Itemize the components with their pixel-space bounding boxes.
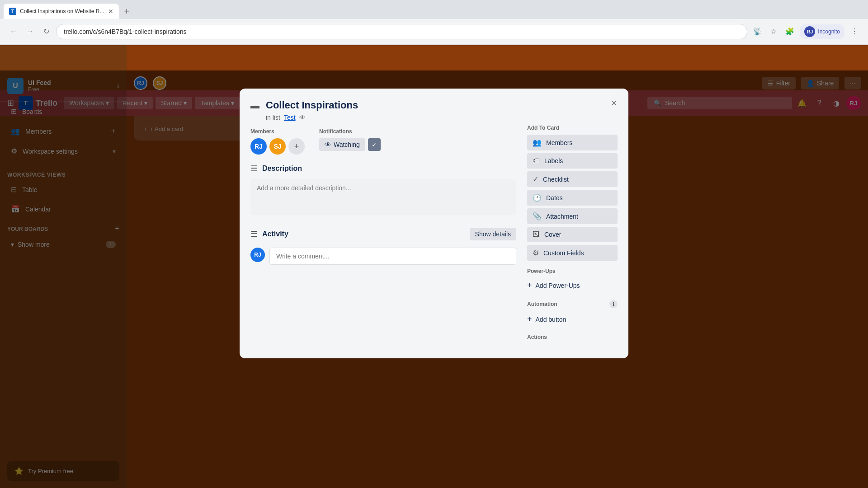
add-labels-button[interactable]: 🏷 Labels xyxy=(527,153,618,169)
add-custom-fields-icon: ⚙ xyxy=(533,249,539,257)
watching-eye-icon: 👁 xyxy=(325,141,331,148)
description-container: ☰ Description xyxy=(250,164,516,217)
reload-button[interactable]: ↻ xyxy=(40,25,52,38)
subtitle-prefix: in list xyxy=(266,114,280,121)
members-meta-label: Members xyxy=(250,128,305,135)
add-dates-label: Dates xyxy=(546,194,563,202)
modal-meta: Members RJ SJ + xyxy=(250,125,516,164)
modal-subtitle: in list Test 👁 xyxy=(266,114,618,121)
comment-avatar: RJ xyxy=(250,248,265,262)
list-name-link[interactable]: Test xyxy=(284,114,296,121)
member-avatar-rj[interactable]: RJ xyxy=(250,138,267,155)
tab-title: Collect Inspirations on Website R... xyxy=(20,8,104,14)
add-cover-button[interactable]: 🖼 Cover xyxy=(527,227,618,242)
extension-icon[interactable]: 🧩 xyxy=(783,25,796,38)
add-to-card-label: Add to card xyxy=(527,125,618,131)
watching-label: Watching xyxy=(334,141,360,148)
add-power-up-button[interactable]: + Add Power-Ups xyxy=(527,278,618,293)
forward-button[interactable]: → xyxy=(24,25,36,38)
watch-icon[interactable]: 👁 xyxy=(299,114,306,121)
description-title: Description xyxy=(262,164,302,173)
add-custom-fields-label: Custom Fields xyxy=(543,249,584,257)
card-modal: ▬ Collect Inspirations in list Test 👁 × xyxy=(240,89,628,358)
activity-container: ☰ Activity Show details RJ xyxy=(250,228,516,265)
show-details-label: Show details xyxy=(475,230,511,238)
modal-title: Collect Inspirations xyxy=(266,99,618,111)
add-labels-label: Labels xyxy=(544,157,563,164)
add-power-up-label: Add Power-Ups xyxy=(536,282,580,289)
modal-header: ▬ Collect Inspirations in list Test 👁 × xyxy=(240,89,628,125)
description-header: ☰ Description xyxy=(250,164,516,174)
comment-row: RJ xyxy=(250,248,516,265)
add-checklist-button[interactable]: ✓ Checklist xyxy=(527,171,618,187)
automation-header: Automation ℹ xyxy=(527,300,618,308)
power-ups-label: Power-Ups xyxy=(527,268,618,274)
add-to-card-section: Add to card 👥 Members 🏷 Labels ✓ Checkli… xyxy=(527,125,618,261)
add-dates-button[interactable]: 🕐 Dates xyxy=(527,190,618,206)
address-bar[interactable]: trello.com/c/s6n4B7Bq/1-collect-inspirat… xyxy=(56,24,747,39)
modal-sidebar: Add to card 👥 Members 🏷 Labels ✓ Checkli… xyxy=(527,125,618,347)
show-details-button[interactable]: Show details xyxy=(470,228,516,240)
incognito-avatar: RJ xyxy=(804,26,815,37)
active-tab[interactable]: T Collect Inspirations on Website R... ✕ xyxy=(4,4,119,19)
add-attachment-label: Attachment xyxy=(546,213,578,220)
modal-overlay[interactable]: ▬ Collect Inspirations in list Test 👁 × xyxy=(0,70,868,488)
modal-body: Members RJ SJ + xyxy=(240,125,628,358)
activity-title: Activity xyxy=(262,230,288,238)
watching-row: 👁 Watching ✓ xyxy=(319,138,381,151)
add-button-icon: + xyxy=(527,314,532,324)
members-row: RJ SJ + xyxy=(250,138,305,155)
new-tab-icon: + xyxy=(124,6,130,17)
description-icon: ☰ xyxy=(250,164,258,174)
member-avatar-sj[interactable]: SJ xyxy=(269,138,286,155)
menu-icon[interactable]: ⋮ xyxy=(848,25,861,38)
add-labels-icon: 🏷 xyxy=(533,157,540,165)
tab-favicon: T xyxy=(9,8,16,15)
activity-icon: ☰ xyxy=(250,229,258,239)
comment-input[interactable] xyxy=(269,248,516,265)
power-ups-section: Power-Ups + Add Power-Ups xyxy=(527,268,618,293)
automation-section: Automation ℹ + Add button xyxy=(527,300,618,327)
add-member-button[interactable]: + xyxy=(288,138,305,155)
automation-label: Automation xyxy=(527,301,557,307)
modal-close-button[interactable]: × xyxy=(607,96,621,110)
add-attachment-icon: 📎 xyxy=(533,212,542,221)
card-type-icon: ▬ xyxy=(250,100,259,111)
automation-info-icon[interactable]: ℹ xyxy=(609,300,618,308)
notifications-label: Notifications xyxy=(319,128,381,135)
add-button-label: Add button xyxy=(536,316,566,323)
add-attachment-button[interactable]: 📎 Attachment xyxy=(527,208,618,224)
add-custom-fields-button[interactable]: ⚙ Custom Fields xyxy=(527,245,618,261)
add-power-up-icon: + xyxy=(527,281,532,290)
watching-button[interactable]: 👁 Watching xyxy=(319,138,365,151)
bookmark-icon[interactable]: ☆ xyxy=(767,25,780,38)
activity-header: ☰ Activity Show details xyxy=(250,228,516,240)
add-checklist-label: Checklist xyxy=(543,176,569,183)
description-textarea[interactable] xyxy=(250,179,516,215)
add-cover-label: Cover xyxy=(544,231,561,238)
incognito-label: Incognito xyxy=(818,28,840,35)
modal-title-area: Collect Inspirations in list Test 👁 xyxy=(266,99,618,121)
cast-icon[interactable]: 📡 xyxy=(751,25,764,38)
add-dates-icon: 🕐 xyxy=(533,193,542,202)
back-button[interactable]: ← xyxy=(7,25,20,38)
new-tab-button[interactable]: + xyxy=(119,4,209,19)
add-members-icon: 👥 xyxy=(533,138,542,147)
add-members-label: Members xyxy=(546,139,572,146)
members-section: Members RJ SJ + xyxy=(250,128,305,155)
actions-section: Actions xyxy=(527,334,618,340)
notifications-section: Notifications 👁 Watching ✓ xyxy=(319,128,381,155)
modal-main: Members RJ SJ + xyxy=(250,125,516,347)
address-text: trello.com/c/s6n4B7Bq/1-collect-inspirat… xyxy=(64,28,187,35)
activity-section-header: ☰ Activity xyxy=(250,229,288,239)
incognito-badge: RJ Incognito xyxy=(800,24,844,39)
watching-check-button[interactable]: ✓ xyxy=(368,138,381,151)
add-button-button[interactable]: + Add button xyxy=(527,312,618,327)
actions-label: Actions xyxy=(527,334,618,340)
add-members-button[interactable]: 👥 Members xyxy=(527,135,618,150)
add-cover-icon: 🖼 xyxy=(533,230,540,239)
tab-close-button[interactable]: ✕ xyxy=(108,8,113,15)
add-checklist-icon: ✓ xyxy=(533,175,538,183)
